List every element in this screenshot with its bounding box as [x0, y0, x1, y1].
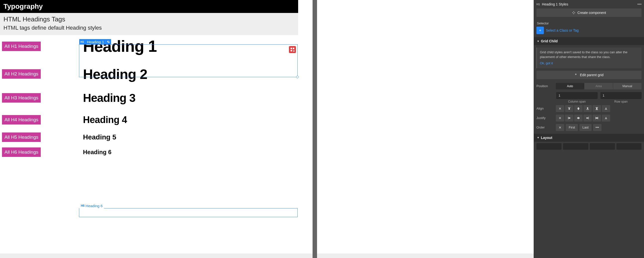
- section-header: HTML Headings Tags HTML tags define defa…: [0, 13, 298, 35]
- badge-h6[interactable]: All H6 Headings: [2, 148, 41, 157]
- panel-element-name: Heading 1 Styles: [542, 2, 635, 6]
- row-span-input[interactable]: [600, 92, 642, 99]
- svg-rect-7: [586, 109, 588, 109]
- section-desc: HTML tags define default Heading styles: [4, 25, 295, 31]
- position-auto[interactable]: Auto: [556, 83, 584, 89]
- svg-rect-8: [587, 107, 588, 109]
- svg-rect-18: [596, 117, 596, 119]
- row-span-label: Row span: [600, 99, 642, 103]
- edit-parent-label: Edit parent grid: [580, 73, 604, 77]
- layout-option-1[interactable]: [536, 143, 562, 150]
- svg-rect-6: [578, 107, 579, 109]
- position-label: Position: [536, 84, 554, 88]
- heading-6[interactable]: Heading 6: [83, 149, 112, 156]
- column-span-label: Column span: [556, 99, 598, 103]
- svg-rect-9: [596, 107, 598, 107]
- justify-end-icon[interactable]: [584, 114, 592, 121]
- align-reset-icon[interactable]: [556, 105, 564, 112]
- svg-rect-20: [596, 117, 598, 118]
- selector-placeholder[interactable]: Select a Class or Tag: [546, 28, 579, 32]
- canvas-area: Typography HTML Headings Tags HTML tags …: [0, 0, 534, 258]
- page-topbar: Typography: [0, 0, 298, 13]
- heading-4[interactable]: Heading 4: [83, 114, 127, 125]
- justify-center-icon[interactable]: [574, 114, 583, 121]
- svg-rect-13: [569, 117, 570, 118]
- topbar-title: Typography: [4, 3, 43, 10]
- badge-h4[interactable]: All H4 Headings: [2, 115, 41, 124]
- badge-h2[interactable]: All H2 Headings: [2, 69, 41, 79]
- justify-stretch-icon[interactable]: [592, 114, 601, 121]
- svg-rect-12: [568, 117, 568, 119]
- layout-title: Layout: [541, 136, 552, 140]
- order-label: Order: [536, 125, 554, 129]
- align-end-icon[interactable]: [584, 105, 592, 112]
- add-selector-button[interactable]: [536, 27, 544, 34]
- svg-rect-17: [586, 117, 588, 118]
- selector-section-label: Selector: [534, 20, 644, 27]
- section-title: HTML Headings Tags: [4, 16, 295, 23]
- align-center-icon[interactable]: [574, 105, 583, 112]
- align-start-icon[interactable]: [565, 105, 574, 112]
- layout-section[interactable]: ▼ Layout: [534, 134, 644, 142]
- grid-child-info-text: Grid child styles aren't saved to the cl…: [540, 50, 627, 59]
- svg-rect-19: [598, 117, 598, 119]
- heading-1[interactable]: Heading 1: [83, 37, 157, 56]
- panel-element-tag: H1: [536, 3, 540, 6]
- justify-baseline-icon[interactable]: [602, 114, 610, 121]
- grid-child-info: Grid child styles aren't saved to the cl…: [536, 48, 642, 68]
- svg-rect-4: [569, 108, 570, 109]
- create-component-button[interactable]: Create component: [536, 9, 642, 17]
- svg-rect-3: [568, 107, 570, 108]
- grid-child-title: Grid Child: [541, 39, 558, 43]
- heading-5[interactable]: Heading 5: [83, 133, 116, 141]
- align-stretch-icon[interactable]: [592, 105, 601, 112]
- panel-more-icon[interactable]: •••: [637, 2, 642, 7]
- ok-got-it-link[interactable]: Ok, got it: [540, 61, 553, 66]
- layout-option-2[interactable]: [563, 143, 588, 150]
- heading-2[interactable]: Heading 2: [83, 66, 147, 82]
- style-panel: H1 Heading 1 Styles ••• Create component…: [534, 0, 644, 258]
- layout-option-3[interactable]: [590, 143, 615, 150]
- order-reset-icon[interactable]: [556, 124, 564, 131]
- edit-parent-grid-button[interactable]: Edit parent grid: [536, 71, 642, 79]
- layout-option-4[interactable]: [616, 143, 642, 150]
- order-more-icon[interactable]: •••: [593, 124, 602, 131]
- justify-reset-icon[interactable]: [556, 114, 564, 121]
- badge-h5[interactable]: All H5 Headings: [2, 133, 41, 142]
- justify-label: Justify: [536, 116, 554, 120]
- align-baseline-icon[interactable]: [602, 105, 610, 112]
- grid-child-section[interactable]: ▼ Grid Child: [534, 37, 644, 45]
- heading-3[interactable]: Heading 3: [83, 91, 136, 105]
- justify-start-icon[interactable]: [565, 114, 574, 121]
- order-first-button[interactable]: First: [566, 124, 578, 131]
- create-component-label: Create component: [578, 11, 606, 15]
- position-manual[interactable]: Manual: [613, 83, 642, 89]
- column-span-input[interactable]: [556, 92, 598, 99]
- align-label: Align: [536, 107, 554, 110]
- caret-down-icon: ▼: [537, 136, 540, 139]
- svg-rect-11: [596, 108, 598, 109]
- canvas-footer-strip: [0, 253, 534, 258]
- badge-h1[interactable]: All H1 Headings: [2, 42, 41, 51]
- svg-rect-10: [596, 109, 598, 110]
- badge-h3[interactable]: All H3 Headings: [2, 93, 41, 103]
- caret-down-icon: ▼: [537, 40, 540, 43]
- svg-rect-16: [588, 117, 589, 119]
- order-last-button[interactable]: Last: [580, 124, 592, 131]
- position-area[interactable]: Area: [584, 83, 613, 89]
- canvas-scrollbar[interactable]: [312, 0, 317, 258]
- svg-rect-15: [577, 117, 580, 118]
